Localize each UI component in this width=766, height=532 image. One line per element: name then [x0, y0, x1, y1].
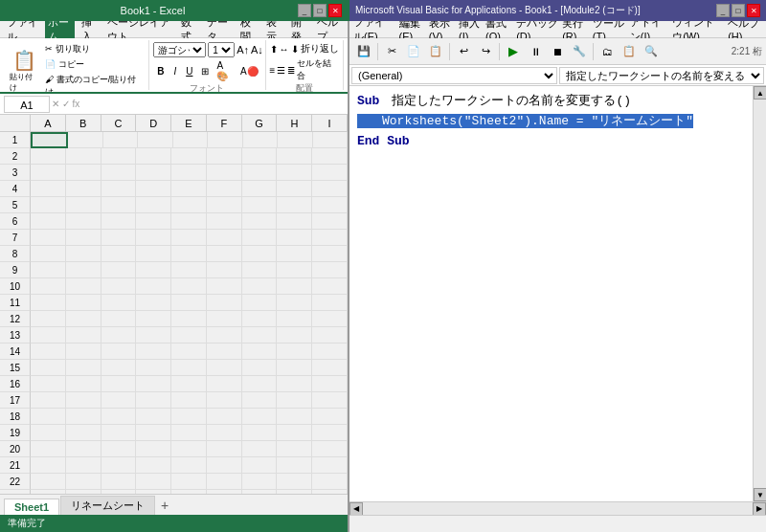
sheet-tab-rename[interactable]: リネームシート [60, 496, 155, 515]
col-header-F[interactable]: F [207, 115, 242, 132]
row-num-6[interactable]: 6 [0, 213, 31, 230]
cell-I4[interactable] [312, 181, 348, 197]
row-num-19[interactable]: 19 [0, 425, 31, 441]
vba-design-btn[interactable]: 🔧 [569, 41, 590, 62]
cell-H20[interactable] [277, 441, 312, 457]
cell-I18[interactable] [312, 409, 348, 425]
cell-E6[interactable] [171, 213, 207, 230]
cell-G15[interactable] [242, 360, 278, 376]
cell-ref-box[interactable]: A1 [4, 96, 50, 113]
cell-A22[interactable] [31, 474, 66, 490]
cell-E9[interactable] [171, 262, 207, 278]
cell-A17[interactable] [31, 392, 66, 409]
align-bottom-btn[interactable]: ⬇ [291, 44, 299, 55]
cell-C8[interactable] [101, 246, 137, 262]
cell-D9[interactable] [136, 262, 171, 278]
cell-I13[interactable] [312, 327, 348, 344]
cell-H13[interactable] [277, 327, 312, 344]
cell-F19[interactable] [207, 425, 242, 441]
row-num-20[interactable]: 20 [0, 441, 31, 457]
cell-B14[interactable] [66, 344, 101, 360]
cell-H22[interactable] [277, 474, 312, 490]
align-top-btn[interactable]: ⬆ [270, 44, 278, 55]
row-num-16[interactable]: 16 [0, 376, 31, 392]
vba-run-btn[interactable]: ▶ [503, 41, 524, 62]
cell-I6[interactable] [312, 213, 348, 230]
cell-E12[interactable] [171, 311, 207, 327]
cell-A8[interactable] [31, 246, 66, 262]
sheet-tab-sheet1[interactable]: Sheet1 [4, 499, 59, 515]
vba-hscrollbar[interactable]: ◀ ▶ [349, 501, 766, 515]
cell-H6[interactable] [277, 213, 312, 230]
cell-D21[interactable] [136, 457, 171, 474]
cell-F7[interactable] [207, 230, 242, 246]
cell-D4[interactable] [136, 181, 171, 197]
row-num-8[interactable]: 8 [0, 246, 31, 262]
fill-color-btn[interactable]: A🎨 [214, 59, 236, 82]
cell-C11[interactable] [101, 295, 137, 311]
cell-G18[interactable] [242, 409, 278, 425]
cell-A1[interactable] [31, 132, 68, 148]
cell-H10[interactable] [277, 278, 312, 295]
cell-D6[interactable] [136, 213, 171, 230]
cell-I17[interactable] [312, 392, 348, 409]
cell-I14[interactable] [312, 344, 348, 360]
cell-I12[interactable] [312, 311, 348, 327]
font-color-btn[interactable]: A🔴 [237, 65, 261, 78]
cell-C4[interactable] [101, 181, 137, 197]
row-num-15[interactable]: 15 [0, 360, 31, 376]
cell-G1[interactable] [243, 132, 278, 148]
cell-F2[interactable] [207, 148, 242, 165]
cell-H4[interactable] [277, 181, 312, 197]
cell-C7[interactable] [101, 230, 137, 246]
cell-A14[interactable] [31, 344, 66, 360]
cell-I5[interactable] [312, 197, 348, 213]
cell-G2[interactable] [242, 148, 278, 165]
cell-E1[interactable] [173, 132, 208, 148]
cell-B1[interactable] [68, 132, 102, 148]
cell-F14[interactable] [207, 344, 242, 360]
row-num-17[interactable]: 17 [0, 392, 31, 409]
cell-B13[interactable] [66, 327, 101, 344]
cell-A5[interactable] [31, 197, 66, 213]
cell-F5[interactable] [207, 197, 242, 213]
cell-H7[interactable] [277, 230, 312, 246]
cell-A4[interactable] [31, 181, 66, 197]
cell-C21[interactable] [101, 457, 137, 474]
excel-close-btn[interactable]: ✕ [328, 4, 342, 17]
row-num-5[interactable]: 5 [0, 197, 31, 213]
cell-A10[interactable] [31, 278, 66, 295]
font-decrease-btn[interactable]: A↓ [251, 44, 263, 55]
border-btn[interactable]: ⊞ [198, 65, 212, 78]
paste-btn[interactable]: 📋 貼り付け [8, 48, 41, 94]
cell-G7[interactable] [242, 230, 278, 246]
vba-break-btn[interactable]: ⏸ [525, 41, 546, 62]
cell-H12[interactable] [277, 311, 312, 327]
cell-B9[interactable] [66, 262, 101, 278]
cell-E5[interactable] [171, 197, 207, 213]
cell-G4[interactable] [242, 181, 278, 197]
row-num-11[interactable]: 11 [0, 295, 31, 311]
col-header-H[interactable]: H [277, 115, 312, 132]
cell-E15[interactable] [171, 360, 207, 376]
cell-F13[interactable] [207, 327, 242, 344]
cell-A13[interactable] [31, 327, 66, 344]
cell-F10[interactable] [207, 278, 242, 295]
cell-E7[interactable] [171, 230, 207, 246]
wrap-text-btn[interactable]: 折り返し [301, 42, 339, 55]
cell-I8[interactable] [312, 246, 348, 262]
cell-F12[interactable] [207, 311, 242, 327]
cell-G13[interactable] [242, 327, 278, 344]
row-num-4[interactable]: 4 [0, 181, 31, 197]
cell-I7[interactable] [312, 230, 348, 246]
vba-copy-btn[interactable]: 📄 [403, 41, 424, 62]
cell-B3[interactable] [66, 165, 101, 181]
cell-B2[interactable] [66, 148, 101, 165]
row-num-18[interactable]: 18 [0, 409, 31, 425]
vscroll-up-btn[interactable]: ▲ [754, 86, 766, 100]
cell-E3[interactable] [171, 165, 207, 181]
cell-D2[interactable] [136, 148, 171, 165]
cell-B4[interactable] [66, 181, 101, 197]
row-num-1[interactable]: 1 [0, 132, 31, 148]
cell-I10[interactable] [312, 278, 348, 295]
